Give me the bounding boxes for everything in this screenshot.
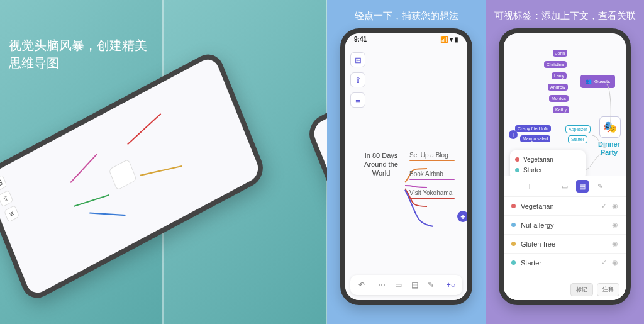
branch-node[interactable]: Book Airbnb (409, 170, 455, 180)
branch-label: Book Airbnb (409, 170, 443, 177)
tree-node-guests[interactable]: 👥Guests (580, 75, 615, 88)
status-time: 9:41 (354, 36, 367, 43)
eye-icon[interactable]: ◉ (612, 240, 618, 248)
footer-tab[interactable]: 注释 (597, 283, 619, 296)
tree-node[interactable]: Monica (549, 95, 569, 102)
layers-icon[interactable]: ≡ (350, 92, 365, 108)
tab-style-icon[interactable]: ✎ (594, 180, 606, 193)
check-icon[interactable]: ✓ (601, 259, 607, 267)
tag-label: Gluten-free (521, 240, 607, 248)
style-icon[interactable]: ✎ (426, 280, 436, 290)
tag-popup-label: Vegetarian (523, 156, 553, 163)
tab-tag-icon[interactable]: ▤ (576, 180, 589, 193)
tag-icon[interactable]: ▤ (409, 280, 419, 290)
comment-icon[interactable]: ⋯ (377, 280, 387, 290)
tab-image-icon[interactable]: ▭ (558, 180, 571, 193)
branch-node[interactable]: Visit Yokohama (409, 189, 455, 199)
eye-icon[interactable]: ◉ (612, 202, 618, 210)
tag-row[interactable]: Starter ✓◉ (504, 254, 626, 272)
tags-panel: T ⋯ ▭ ▤ ✎ Vegetarian ✓◉ (504, 176, 626, 300)
tag-row[interactable]: Vegetarian ✓◉ (504, 197, 626, 216)
footer-tab[interactable]: 标记 (570, 283, 593, 296)
tag-color-dot (515, 168, 519, 172)
tag-color-dot (511, 242, 516, 246)
tree-node[interactable]: Andrew (548, 84, 568, 91)
undo-icon[interactable]: ↶ (357, 280, 367, 290)
tree-node[interactable]: John (553, 50, 567, 57)
promo-panel-3: 可视标签：添加上下文，查看关联 John Christine Larry And… (486, 0, 644, 324)
tag-row[interactable]: Nut allergy ◉ (504, 216, 626, 235)
grid-icon[interactable]: ⊞ (0, 174, 8, 192)
signal-icon: 📶 (440, 36, 448, 43)
layers-icon[interactable]: ≡ (4, 205, 19, 223)
mindmap-center-node (109, 159, 137, 190)
share-icon[interactable]: ⇧ (350, 72, 365, 87)
add-node-button[interactable]: + (457, 211, 469, 222)
panel2-caption: 轻点一下，捕获您的想法 (348, 0, 465, 28)
panel3-caption: 可视标签：添加上下文，查看关联 (488, 0, 642, 28)
tree-node[interactable]: Larry (552, 72, 567, 79)
tags-panel-tabs: T ⋯ ▭ ▤ ✎ (504, 176, 626, 197)
tree-center-node[interactable]: Dinner Party (598, 140, 620, 157)
tag-popup-row[interactable]: Vegetarian (515, 154, 580, 165)
tree-node[interactable]: Christine (544, 61, 567, 68)
panel1-caption-line2: 思维导图 (9, 54, 147, 72)
party-mask-icon: 🎭 (599, 116, 621, 138)
tilt-left-toolbar: ⊞ ⇪ ≡ (0, 174, 19, 223)
phone-mock-2: 9:41 📶 ▾ ▮ ⊞ ⇧ ≡ In 80 Days Around the W… (340, 28, 472, 305)
tag-popup-row[interactable]: Starter (515, 165, 580, 176)
tag-label: Nut allergy (521, 221, 607, 229)
promo-panel-2: 轻点一下，捕获您的想法 9:41 📶 ▾ ▮ ⊞ ⇧ ≡ In 80 Days … (327, 0, 486, 324)
tree-node[interactable]: Crispy fried tofu (515, 125, 551, 132)
tag-color-dot (515, 157, 519, 162)
panel1-caption-line1: 视觉头脑风暴，创建精美 (9, 36, 147, 54)
check-icon[interactable]: ✓ (601, 202, 607, 210)
tab-text-icon[interactable]: T (523, 180, 536, 193)
center-node[interactable]: In 80 Days Around the World (357, 151, 406, 178)
tree-node[interactable]: Appetizer (565, 125, 591, 133)
tags-list: Vegetarian ✓◉ Nut allergy ◉ Gluten-free … (504, 197, 626, 279)
tag-label: Vegetarian (521, 203, 601, 210)
bottom-toolbar: ↶ ⋯ ▭ ▤ ✎ +○ (350, 275, 462, 295)
battery-icon: ▮ (455, 36, 458, 43)
share-icon[interactable]: ⇪ (0, 190, 13, 208)
panel1-caption: 视觉头脑风暴，创建精美 思维导图 (9, 36, 147, 72)
tree-node[interactable]: Kathy (553, 106, 569, 113)
add-node-button[interactable]: + (509, 130, 518, 139)
image-icon[interactable]: ▭ (393, 280, 403, 290)
add-icon[interactable]: +○ (446, 280, 456, 290)
status-icons: 📶 ▾ ▮ (440, 36, 458, 43)
phone-mock-3: John Christine Larry Andrew Monica Kathy… (499, 28, 631, 305)
tree-node[interactable]: Starter (568, 135, 587, 143)
promo-panel-1: 视觉头脑风暴，创建精美 思维导图 ⊞ ⇪ ≡ (0, 0, 327, 324)
status-bar: 9:41 📶 ▾ ▮ (345, 33, 467, 44)
tag-color-dot (511, 204, 516, 208)
tag-color-dot (511, 223, 516, 227)
branch-node[interactable]: Set Up a Blog (409, 152, 455, 161)
tag-color-dot (511, 260, 516, 265)
wifi-icon: ▾ (450, 36, 453, 43)
branch-label: Visit Yokohama (409, 189, 452, 196)
eye-icon[interactable]: ◉ (612, 221, 618, 229)
canvas-left-tools: ⊞ ⇧ ≡ (350, 52, 365, 108)
tag-popup-label: Starter (523, 167, 542, 174)
tag-label: Starter (521, 259, 601, 267)
tag-row[interactable]: Gluten-free ◉ (504, 235, 626, 254)
tree-node[interactable]: Mango salad (520, 135, 550, 142)
branch-label: Set Up a Blog (409, 152, 448, 159)
tab-comment-icon[interactable]: ⋯ (541, 180, 553, 193)
grid-icon[interactable]: ⊞ (350, 52, 365, 67)
tags-footer-tabs: 标记 注释 (504, 279, 626, 300)
phone-mock-tilted-right: T ☺ ▭ ● ⌇ ⋯ (304, 0, 327, 254)
eye-icon[interactable]: ◉ (612, 259, 618, 267)
